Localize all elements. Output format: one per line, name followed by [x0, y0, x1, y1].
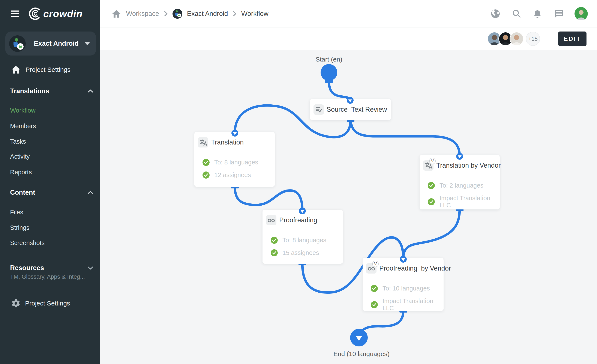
globe-icon[interactable] [490, 9, 500, 19]
chat-icon[interactable] [553, 9, 563, 19]
sidebar-item-project-settings-top[interactable]: Project Settings [11, 64, 94, 75]
node-detail-row: Impact Translation LLC [428, 195, 494, 209]
divider [0, 253, 100, 253]
sidebar-item-project-settings-bottom[interactable]: Project Settings [11, 298, 94, 309]
search-icon[interactable] [511, 9, 521, 19]
crowdin-logo[interactable]: crowdin [28, 7, 83, 20]
check-icon [203, 172, 210, 179]
chevron-down-icon [87, 266, 94, 270]
end-label: End (10 languages) [323, 350, 400, 357]
breadcrumb: Workspace Exact Android Workflow [100, 0, 268, 27]
section-translations[interactable]: Translations [10, 87, 94, 95]
start-label: Start (en) [299, 56, 359, 63]
glasses-icon [266, 215, 276, 225]
check-icon [428, 198, 435, 205]
edit-button[interactable]: EDIT [558, 32, 587, 46]
sidebar-item-tasks[interactable]: Tasks [10, 137, 94, 146]
bell-icon[interactable] [533, 9, 542, 19]
workflow-canvas [100, 27, 597, 364]
divider [0, 59, 100, 59]
crowdin-wordmark: crowdin [43, 8, 83, 19]
sidebar-item-strings[interactable]: Strings [10, 223, 94, 232]
team-avatars: +15 [487, 32, 540, 46]
node-detail-row: To: 10 languages [371, 285, 438, 292]
breadcrumb-page: Workflow [241, 10, 268, 18]
sidebar-item-files[interactable]: Files [10, 208, 94, 216]
workflow-toolbar: +15 EDIT [100, 27, 597, 50]
node-detail-row: To: 8 languages [271, 237, 337, 244]
node-detail-row: To: 8 languages [203, 159, 269, 166]
project-avatar[interactable] [173, 9, 182, 19]
sidebar-item-workflow[interactable]: Workflow [10, 106, 94, 115]
node-translation-by-vendor[interactable]: V Translation by Vendor To: 2 languages … [420, 155, 500, 209]
sidebar-item-activity[interactable]: Activity [10, 152, 94, 161]
translate-icon [198, 137, 208, 148]
check-icon [271, 237, 278, 244]
breadcrumb-workspace[interactable]: Workspace [126, 10, 159, 18]
divider [0, 80, 100, 80]
chevron-down-icon [84, 42, 90, 45]
node-proofreading-by-vendor[interactable]: V Proofreading by Vendor To: 10 language… [362, 258, 444, 311]
node-translation[interactable]: Translation To: 8 languages 12 assignees [194, 132, 275, 187]
user-avatar[interactable] [574, 7, 588, 20]
glasses-icon: V [366, 263, 377, 274]
node-title: Proofreading [279, 216, 317, 224]
section-resources[interactable]: Resources [10, 264, 94, 272]
check-icon [203, 159, 210, 166]
breadcrumb-project[interactable]: Exact Android [187, 10, 228, 18]
node-title: Translation by Vendor [436, 162, 501, 169]
member-avatar[interactable] [510, 32, 524, 46]
doc-check-icon [314, 104, 324, 115]
chevron-right-icon [233, 11, 236, 17]
node-detail-row: 12 assignees [203, 172, 269, 179]
toolbar-divider [549, 32, 549, 46]
project-selector[interactable]: Exact Android [5, 32, 96, 55]
home-icon[interactable] [111, 9, 121, 19]
check-icon [371, 285, 378, 292]
sidebar-item-members[interactable]: Members [10, 122, 94, 130]
check-icon [271, 249, 278, 256]
gear-icon [11, 299, 20, 308]
node-source-text-review[interactable]: Source Text Review [310, 99, 391, 120]
project-name: Exact Android [34, 40, 84, 47]
node-title: Translation [211, 138, 244, 146]
more-members-badge[interactable]: +15 [526, 32, 540, 46]
project-avatar-large [9, 35, 26, 52]
divider [0, 292, 100, 292]
top-navigation-bar: crowdin Workspace Exact Android Workflow [0, 0, 597, 27]
vendor-badge: V [429, 158, 436, 164]
logo-block: crowdin [0, 0, 100, 27]
check-icon [428, 182, 435, 189]
chevron-up-icon [87, 190, 94, 195]
node-detail-row: 15 assignees [271, 249, 337, 256]
chevron-right-icon [164, 11, 168, 17]
menu-icon[interactable] [11, 10, 19, 17]
sidebar-item-screenshots[interactable]: Screenshots [10, 239, 94, 247]
section-content[interactable]: Content [10, 188, 94, 197]
translate-icon: V [423, 160, 433, 171]
home-icon [11, 65, 20, 74]
node-proofreading[interactable]: Proofreading To: 8 languages 15 assignee… [262, 210, 343, 264]
sidebar: Exact Android Project Settings Translati… [0, 27, 100, 364]
chevron-up-icon [87, 89, 94, 93]
node-title: Proofreading by Vendor [379, 265, 451, 272]
sidebar-item-reports[interactable]: Reports [10, 168, 94, 176]
node-title: Source Text Review [327, 106, 387, 113]
node-detail-row: To: 2 languages [428, 182, 494, 189]
node-detail-row: Impact Translation LLC [371, 298, 438, 312]
resources-subtitle: TM, Glossary, Apps & Integ... [10, 273, 94, 281]
vendor-badge: V [372, 261, 379, 267]
check-icon [371, 301, 378, 308]
